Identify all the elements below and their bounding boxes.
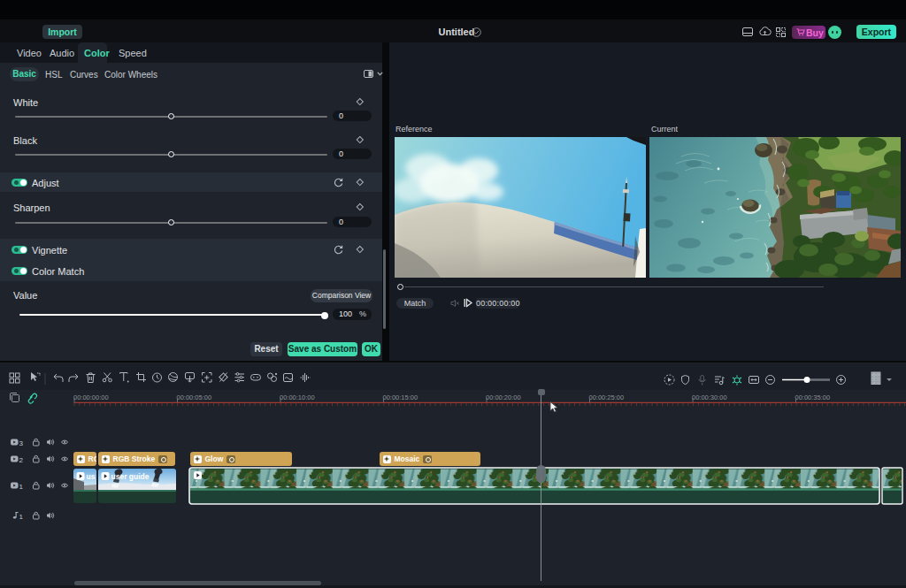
svg-text:us: us	[87, 471, 96, 480]
svg-text:2: 2	[19, 456, 24, 464]
svg-text:00:00:25:00: 00:00:25:00	[589, 393, 625, 401]
svg-text:00:00:20:00: 00:00:20:00	[486, 393, 521, 401]
svg-text:00:00:10:00: 00:00:10:00	[280, 393, 315, 401]
svg-text:00:00:30:00: 00:00:30:00	[692, 393, 727, 401]
svg-text:00:00:00:00: 00:00:00:00	[73, 393, 109, 401]
svg-text:1: 1	[19, 483, 24, 491]
svg-text:00:00:15:00: 00:00:15:00	[383, 393, 418, 401]
svg-text:3: 3	[19, 439, 24, 447]
svg-text:00:00:05:00: 00:00:05:00	[177, 393, 212, 401]
svg-text:00:00:35:00: 00:00:35:00	[795, 393, 831, 401]
svg-text:1: 1	[19, 513, 24, 521]
svg-text:user guide: user guide	[111, 471, 150, 480]
